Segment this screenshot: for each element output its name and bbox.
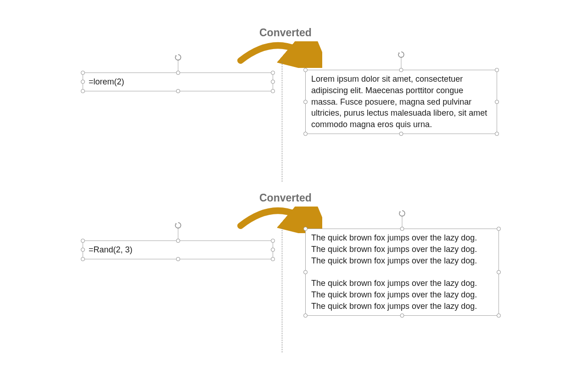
resize-handle[interactable] [303, 100, 308, 104]
resize-handle[interactable] [271, 80, 275, 84]
input-textbox-1[interactable]: =lorem(2) [83, 73, 273, 91]
resize-handle[interactable] [303, 270, 308, 274]
resize-handle[interactable] [271, 89, 275, 93]
converted-label-1: Converted [259, 27, 312, 39]
resize-handle[interactable] [271, 248, 275, 252]
resize-handle[interactable] [400, 227, 404, 231]
resize-handle[interactable] [176, 89, 180, 93]
resize-handle[interactable] [495, 132, 499, 136]
output-textbox-1[interactable]: Lorem ipsum dolor sit amet, consectetuer… [305, 70, 497, 134]
rotation-handle-icon[interactable] [398, 210, 406, 218]
arrow-icon-1 [235, 41, 322, 68]
resize-handle[interactable] [81, 71, 85, 75]
resize-handle[interactable] [399, 132, 403, 136]
divider-1 [282, 62, 282, 182]
resize-handle[interactable] [495, 100, 499, 104]
resize-handle[interactable] [81, 248, 85, 252]
resize-handle[interactable] [400, 313, 404, 318]
input-text-1: =lorem(2) [83, 73, 273, 91]
converted-label-2: Converted [259, 192, 312, 204]
input-textbox-2[interactable]: =Rand(2, 3) [83, 240, 273, 259]
rotation-handle-icon[interactable] [174, 54, 182, 62]
resize-handle[interactable] [81, 80, 85, 84]
resize-handle[interactable] [176, 257, 180, 261]
resize-handle[interactable] [81, 257, 85, 261]
resize-handle[interactable] [176, 71, 180, 75]
resize-handle[interactable] [497, 270, 501, 274]
resize-handle[interactable] [81, 239, 85, 243]
resize-handle[interactable] [81, 89, 85, 93]
rotation-handle-icon[interactable] [397, 51, 405, 59]
resize-handle[interactable] [271, 257, 275, 261]
rotation-handle-icon[interactable] [174, 222, 182, 230]
resize-handle[interactable] [497, 227, 501, 231]
input-text-2: =Rand(2, 3) [83, 241, 273, 259]
resize-handle[interactable] [399, 68, 403, 72]
resize-handle[interactable] [271, 71, 275, 75]
resize-handle[interactable] [303, 313, 308, 318]
resize-handle[interactable] [303, 227, 308, 231]
output-text-1: Lorem ipsum dolor sit amet, consectetuer… [306, 70, 497, 134]
resize-handle[interactable] [303, 132, 308, 136]
output-textbox-2[interactable]: The quick brown fox jumps over the lazy … [305, 229, 499, 316]
resize-handle[interactable] [303, 68, 308, 72]
resize-handle[interactable] [495, 68, 499, 72]
output-text-2: The quick brown fox jumps over the lazy … [306, 229, 498, 315]
resize-handle[interactable] [176, 239, 180, 243]
divider-2 [282, 228, 282, 352]
resize-handle[interactable] [271, 239, 275, 243]
resize-handle[interactable] [497, 313, 501, 318]
